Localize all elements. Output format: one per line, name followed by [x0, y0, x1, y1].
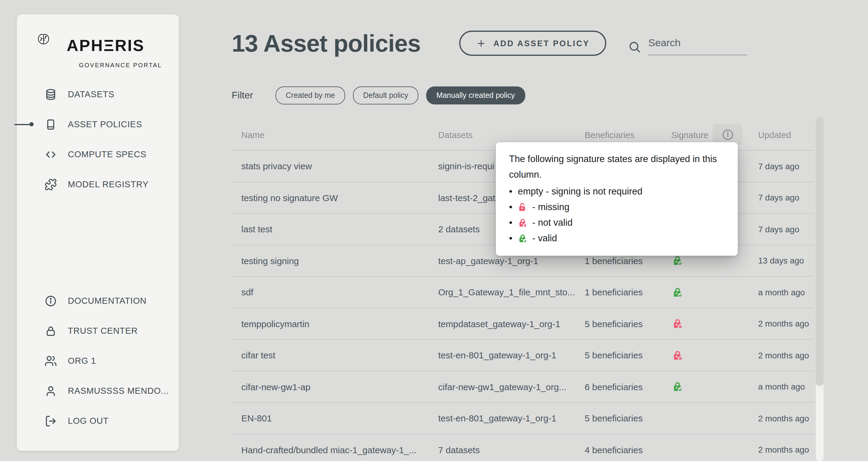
tooltip-legend: •empty - signing is not required•- missi…	[509, 184, 724, 246]
signature-valid-icon	[518, 234, 527, 243]
sidebar-item-user[interactable]: RASMUSSSS MENDO...	[17, 376, 179, 406]
tooltip-legend-item: •- valid	[509, 230, 724, 246]
column-header-name: Name	[232, 130, 438, 140]
info-icon	[721, 128, 734, 141]
table-row[interactable]: cifar-new-gw1-apcifar-new-gw1_gateway-1_…	[232, 371, 813, 403]
cell-datasets: Org_1_Gateway_1_file_mnt_sto...	[438, 287, 585, 298]
search-icon	[628, 40, 641, 54]
table-row[interactable]: sdfOrg_1_Gateway_1_file_mnt_sto...1 bene…	[232, 277, 813, 308]
cell-updated: 2 months ago	[758, 350, 813, 360]
book-icon	[44, 118, 57, 130]
cell-beneficiaries: 6 beneficiaries	[585, 382, 671, 392]
add-asset-policy-button[interactable]: ADD ASSET POLICY	[459, 31, 607, 56]
tooltip-legend-item: •- missing	[509, 199, 724, 215]
tooltip-legend-text: - not valid	[532, 217, 572, 228]
bullet: •	[509, 234, 512, 243]
info-icon	[44, 295, 57, 307]
filter-label: Filter	[232, 90, 253, 101]
cell-name: Hand-crafted/bundled miac-1_gateway-1_..…	[232, 445, 438, 455]
cell-datasets: test-ap_gateway-1_org-1	[438, 256, 585, 266]
bullet: •	[509, 218, 512, 227]
sidebar-item-log-out[interactable]: LOG OUT	[17, 406, 179, 436]
cell-datasets: test-en-801_gateway-1_org-1	[438, 413, 585, 424]
sidebar-item-label: ASSET POLICIES	[68, 119, 142, 129]
asset-policies-page: APHΞRIS GOVERNANCE PORTAL DATASETSASSET …	[0, 0, 868, 461]
cell-updated: 2 months ago	[758, 445, 813, 455]
table-scrollbar	[816, 117, 824, 461]
cell-beneficiaries: 4 beneficiaries	[585, 445, 671, 455]
sidebar-item-compute-specs[interactable]: COMPUTE SPECS	[17, 139, 179, 169]
signature-valid-icon	[672, 255, 683, 266]
sidebar-nav-footer: DOCUMENTATIONTRUST CENTERORG 1RASMUSSSS …	[17, 286, 179, 436]
cell-signature	[671, 318, 758, 329]
logo: APHΞRIS	[17, 28, 179, 60]
cell-datasets: tempdataset_gateway-1_org-1	[438, 319, 585, 329]
cell-beneficiaries: 5 beneficiaries	[585, 350, 671, 361]
sidebar-item-documentation[interactable]: DOCUMENTATION	[17, 286, 179, 316]
cell-datasets: test-en-801_gateway-1_org-1	[438, 350, 585, 361]
bullet: •	[509, 202, 512, 212]
sidebar-item-model-registry[interactable]: MODEL REGISTRY	[17, 169, 179, 199]
filter-chip-created-by-me[interactable]: Created by me	[276, 86, 345, 104]
cell-name: testing no signature GW	[232, 193, 438, 203]
active-item-indicator	[14, 122, 34, 126]
cell-updated: 7 days ago	[758, 224, 813, 234]
table-row[interactable]: cifar testtest-en-801_gateway-1_org-15 b…	[232, 340, 813, 371]
tooltip-legend-item: •empty - signing is not required	[509, 184, 724, 199]
cell-beneficiaries: 5 beneficiaries	[585, 319, 671, 329]
scrollbar-thumb[interactable]	[816, 117, 824, 386]
logout-icon	[44, 414, 57, 427]
sidebar-item-org-1[interactable]: ORG 1	[17, 346, 179, 376]
cell-signature	[671, 381, 758, 392]
cell-updated: 7 days ago	[758, 161, 813, 171]
signature-not-valid-icon	[672, 350, 683, 361]
brain-logo-icon	[37, 33, 62, 58]
cell-signature	[671, 255, 758, 266]
filter-chips: Created by meDefault policyManually crea…	[276, 86, 525, 104]
tooltip-intro: The following signature states are displ…	[509, 151, 724, 182]
tooltip-legend-text: - valid	[532, 233, 557, 244]
sidebar-item-label: RASMUSSSS MENDO...	[68, 386, 169, 396]
sidebar-item-label: LOG OUT	[68, 416, 108, 426]
cell-name: temppolicymartin	[232, 319, 438, 329]
cell-updated: 7 days ago	[758, 193, 813, 203]
cell-beneficiaries: 5 beneficiaries	[585, 413, 671, 424]
sidebar: APHΞRIS GOVERNANCE PORTAL DATASETSASSET …	[17, 14, 179, 451]
sidebar-item-label: MODEL REGISTRY	[68, 180, 149, 189]
table-row[interactable]: Hand-crafted/bundled miac-1_gateway-1_..…	[232, 434, 813, 461]
cell-name: cifar test	[232, 350, 438, 361]
sidebar-item-label: ORG 1	[68, 356, 96, 366]
signature-valid-icon	[672, 381, 683, 392]
sidebar-item-datasets[interactable]: DATASETS	[17, 79, 179, 109]
sidebar-item-label: DOCUMENTATION	[68, 296, 147, 306]
cell-datasets: cifar-new-gw1_gateway-1_org...	[438, 382, 585, 392]
cell-name: stats privacy view	[232, 161, 438, 172]
sidebar-item-trust-center[interactable]: TRUST CENTER	[17, 316, 179, 346]
user-icon	[44, 385, 57, 397]
cell-name: testing signing	[232, 256, 438, 266]
table-row[interactable]: EN-801test-en-801_gateway-1_org-15 benef…	[232, 403, 813, 434]
search-input[interactable]	[648, 37, 747, 55]
puzzle-icon	[44, 178, 57, 191]
lock-icon	[44, 325, 57, 337]
users-icon	[44, 355, 57, 367]
cell-updated: 13 days ago	[758, 256, 813, 266]
sidebar-item-label: COMPUTE SPECS	[68, 150, 147, 159]
cell-updated: 2 months ago	[758, 413, 813, 423]
filter-chip-default-policy[interactable]: Default policy	[353, 86, 418, 104]
tooltip-legend-text: empty - signing is not required	[518, 186, 642, 197]
bullet: •	[509, 187, 512, 196]
table-row[interactable]: temppolicymartintempdataset_gateway-1_or…	[232, 308, 813, 340]
signature-missing-icon	[518, 202, 527, 212]
filter-chip-manually-created-policy[interactable]: Manually created policy	[426, 86, 525, 104]
sidebar-item-label: DATASETS	[68, 89, 114, 99]
column-header-updated: Updated	[758, 130, 813, 140]
signature-not-valid-icon	[518, 218, 527, 227]
column-header-signature-label: Signature	[671, 130, 708, 140]
sidebar-item-asset-policies[interactable]: ASSET POLICIES	[17, 109, 179, 139]
cell-updated: 2 months ago	[758, 319, 813, 329]
column-header-beneficiaries: Beneficiaries	[585, 130, 671, 140]
code-icon	[44, 148, 57, 160]
signature-tooltip: The following signature states are displ…	[496, 142, 738, 256]
sidebar-nav-main: DATASETSASSET POLICIESCOMPUTE SPECSMODEL…	[17, 79, 179, 199]
